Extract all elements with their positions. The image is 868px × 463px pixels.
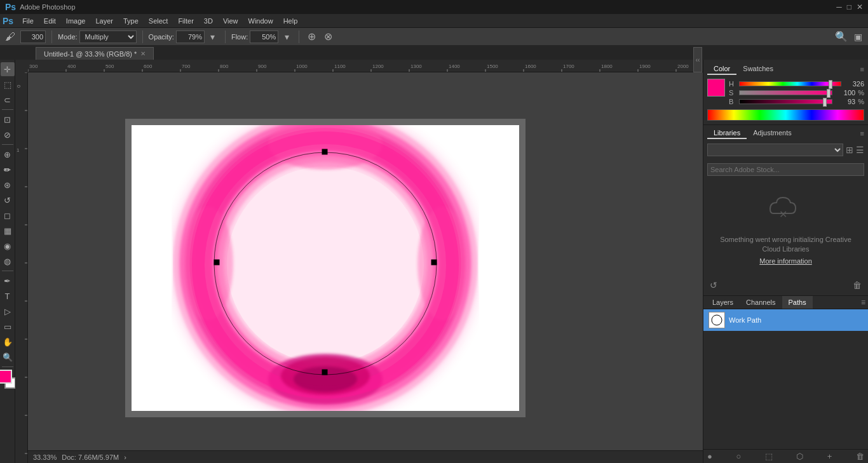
library-dropdown[interactable]	[707, 144, 843, 156]
tab-libraries[interactable]: Libraries	[707, 128, 747, 139]
menu-edit[interactable]: Edit	[39, 16, 61, 26]
mode-select[interactable]: Multiply	[79, 30, 137, 43]
hue-slider-track[interactable]	[739, 81, 841, 86]
brush-size-input[interactable]	[20, 30, 46, 43]
left-toolbar: ✛ ⬚ ⊂ ⊡ ⊘ ⊕ ✏ ⊛ ↺ ◻ ▦ ◉ ◍ ✒ T ▷ ▭ ✋ 🔍	[0, 60, 15, 463]
minimize-button[interactable]: ─	[836, 3, 842, 11]
saturation-slider-track[interactable]	[739, 90, 832, 95]
brush-tool-icon-area: 🖌	[4, 30, 17, 43]
expand-arrow[interactable]: ›	[124, 453, 126, 461]
hue-slider-thumb[interactable]	[829, 80, 832, 89]
libraries-panel-menu[interactable]: ≡	[860, 130, 864, 137]
pen-tool[interactable]: ✒	[1, 274, 15, 288]
svg-rect-72	[431, 260, 437, 265]
crop-tool[interactable]: ⊡	[1, 112, 15, 126]
fill-path-icon[interactable]: ●	[707, 452, 712, 461]
history-tool[interactable]: ↺	[1, 193, 15, 207]
shape-tool[interactable]: ▭	[1, 319, 15, 333]
maximize-button[interactable]: □	[847, 3, 851, 11]
close-tab-button[interactable]: ✕	[140, 50, 146, 57]
tab-paths[interactable]: Paths	[782, 296, 813, 309]
brush-settings-icon[interactable]: ⊗	[322, 30, 334, 43]
clone-tool[interactable]: ⊛	[1, 178, 15, 192]
airbrush-icon[interactable]: ⊕	[305, 30, 318, 43]
menu-view[interactable]: View	[218, 16, 243, 26]
lib-list-view-icon[interactable]: ☰	[856, 145, 864, 155]
flow-input[interactable]	[250, 30, 278, 43]
search-icon[interactable]: 🔍	[835, 30, 848, 43]
healing-tool[interactable]: ⊕	[1, 147, 15, 161]
tab-adjustments[interactable]: Adjustments	[747, 128, 798, 139]
zoom-tool[interactable]: 🔍	[1, 350, 15, 364]
svg-text:900: 900	[258, 64, 267, 69]
layers-panel-container: Layers Channels Paths ≡ Work Path ● ○	[703, 296, 868, 463]
path-to-selection-icon[interactable]: ⬚	[765, 452, 773, 461]
selection-to-path-icon[interactable]: ⬡	[796, 452, 803, 461]
foreground-background-colors[interactable]	[0, 370, 17, 389]
move-tool[interactable]: ✛	[1, 62, 15, 76]
svg-text:1400: 1400	[449, 64, 460, 69]
color-swatch[interactable]	[707, 79, 725, 97]
lib-trash-icon[interactable]: 🗑	[853, 280, 862, 290]
tab-layers[interactable]: Layers	[706, 296, 740, 309]
brush-icon[interactable]: 🖌	[4, 30, 17, 43]
color-spectrum-bar[interactable]	[707, 109, 864, 121]
layers-panel-menu[interactable]: ≡	[861, 298, 865, 307]
ruler-horizontal: 300 400 500 600 700 800 900 1000	[28, 60, 703, 72]
library-search-input[interactable]	[707, 163, 864, 176]
opacity-input[interactable]	[176, 30, 205, 43]
more-information-link[interactable]: More information	[759, 257, 812, 265]
menu-window[interactable]: Window	[243, 16, 278, 26]
lib-refresh-icon[interactable]: ↺	[710, 280, 717, 290]
tab-channels[interactable]: Channels	[740, 296, 782, 309]
brush-size-control[interactable]	[20, 30, 46, 43]
canvas-scroll-area[interactable]: 33.33% Doc: 7.66M/5.97M ›	[28, 72, 703, 463]
text-tool[interactable]: T	[1, 289, 15, 303]
eraser-tool[interactable]: ◻	[1, 208, 15, 222]
saturation-slider-thumb[interactable]	[827, 89, 831, 98]
menu-file[interactable]: File	[17, 16, 39, 26]
saturation-label: S	[729, 89, 736, 97]
delete-path-icon[interactable]: 🗑	[856, 452, 864, 461]
panel-collapse-button[interactable]: ‹‹	[693, 47, 702, 72]
path-tool[interactable]: ▷	[1, 304, 15, 318]
title-bar: Ps Adobe Photoshop ─ □ ✕	[0, 0, 868, 14]
svg-text:1: 1	[17, 147, 20, 153]
selection-tool[interactable]: ⬚	[1, 77, 15, 91]
menu-type[interactable]: Type	[118, 16, 144, 26]
lasso-tool[interactable]: ⊂	[1, 93, 15, 107]
close-button[interactable]: ✕	[857, 3, 863, 11]
brush-tool[interactable]: ✏	[1, 163, 15, 177]
svg-text:1200: 1200	[372, 64, 384, 69]
brightness-slider-thumb[interactable]	[823, 98, 827, 107]
tab-swatches[interactable]: Swatches	[736, 64, 780, 75]
menu-layer[interactable]: Layer	[90, 16, 118, 26]
menu-help[interactable]: Help	[278, 16, 303, 26]
svg-text:800: 800	[220, 64, 229, 69]
menu-filter[interactable]: Filter	[173, 16, 198, 26]
hand-tool[interactable]: ✋	[1, 335, 15, 349]
tab-color[interactable]: Color	[707, 64, 736, 75]
document-tab[interactable]: Untitled-1 @ 33.3% (RGB/8) * ✕	[36, 47, 154, 60]
dodge-tool[interactable]: ◍	[1, 254, 15, 268]
work-path-item[interactable]: Work Path	[703, 309, 868, 331]
eyedropper-tool[interactable]: ⊘	[1, 128, 15, 142]
menu-3d[interactable]: 3D	[199, 16, 218, 26]
saturation-pct: %	[858, 89, 864, 97]
lib-grid-view-icon[interactable]: ⊞	[846, 145, 853, 155]
color-panel-menu[interactable]: ≡	[860, 65, 864, 73]
brightness-slider-track[interactable]	[739, 99, 832, 104]
menu-select[interactable]: Select	[144, 16, 173, 26]
stroke-path-icon[interactable]: ○	[736, 452, 741, 461]
foreground-color[interactable]	[0, 370, 12, 384]
gradient-tool[interactable]: ▦	[1, 224, 15, 238]
view-toggle-icon[interactable]: ▣	[851, 30, 864, 43]
blur-tool[interactable]: ◉	[1, 239, 15, 253]
title-bar-controls[interactable]: ─ □ ✕	[836, 3, 863, 11]
new-path-icon[interactable]: +	[827, 452, 832, 461]
menu-image[interactable]: Image	[61, 16, 91, 26]
canvas-document[interactable]	[132, 125, 519, 411]
opacity-expand-icon[interactable]: ▾	[207, 30, 219, 43]
flow-expand-icon[interactable]: ▾	[280, 30, 293, 43]
work-path-label: Work Path	[729, 316, 761, 324]
